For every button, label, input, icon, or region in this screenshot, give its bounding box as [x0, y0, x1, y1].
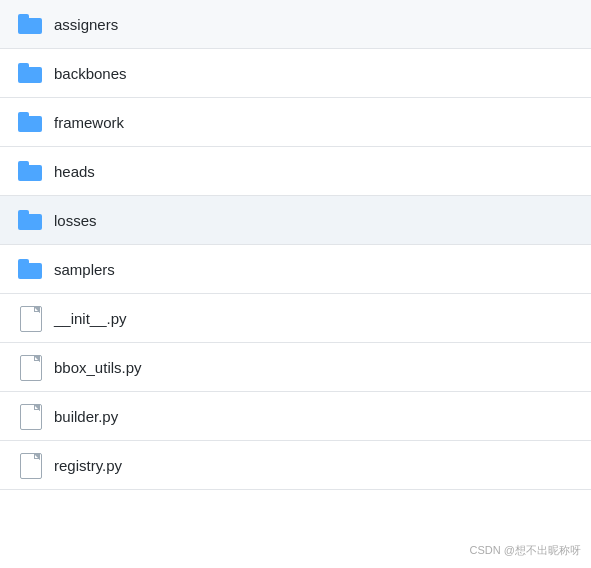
file-name: backbones: [54, 65, 127, 82]
folder-icon: [18, 259, 42, 279]
file-item-losses[interactable]: losses: [0, 196, 591, 245]
file-item-heads[interactable]: heads: [0, 147, 591, 196]
file-name: losses: [54, 212, 97, 229]
file-name: assigners: [54, 16, 118, 33]
folder-icon: [18, 63, 42, 83]
folder-icon: [18, 14, 42, 34]
file-name: registry.py: [54, 457, 122, 474]
file-item-backbones[interactable]: backbones: [0, 49, 591, 98]
folder-icon: [18, 161, 42, 181]
file-name: bbox_utils.py: [54, 359, 142, 376]
file-icon: [20, 404, 40, 428]
file-icon: [20, 453, 40, 477]
file-item-init-py[interactable]: __init__.py: [0, 294, 591, 343]
folder-icon: [18, 210, 42, 230]
file-item-assigners[interactable]: assigners: [0, 0, 591, 49]
file-icon: [20, 306, 40, 330]
file-item-samplers[interactable]: samplers: [0, 245, 591, 294]
watermark: CSDN @想不出昵称呀: [470, 543, 581, 558]
file-item-bbox-utils-py[interactable]: bbox_utils.py: [0, 343, 591, 392]
file-item-builder-py[interactable]: builder.py: [0, 392, 591, 441]
file-name: heads: [54, 163, 95, 180]
folder-icon: [18, 112, 42, 132]
file-item-framework[interactable]: framework: [0, 98, 591, 147]
file-name: builder.py: [54, 408, 118, 425]
file-name: samplers: [54, 261, 115, 278]
file-icon: [20, 355, 40, 379]
file-name: __init__.py: [54, 310, 127, 327]
file-list: assignersbackbonesframeworkheadslossessa…: [0, 0, 591, 490]
file-item-registry-py[interactable]: registry.py: [0, 441, 591, 490]
file-name: framework: [54, 114, 124, 131]
